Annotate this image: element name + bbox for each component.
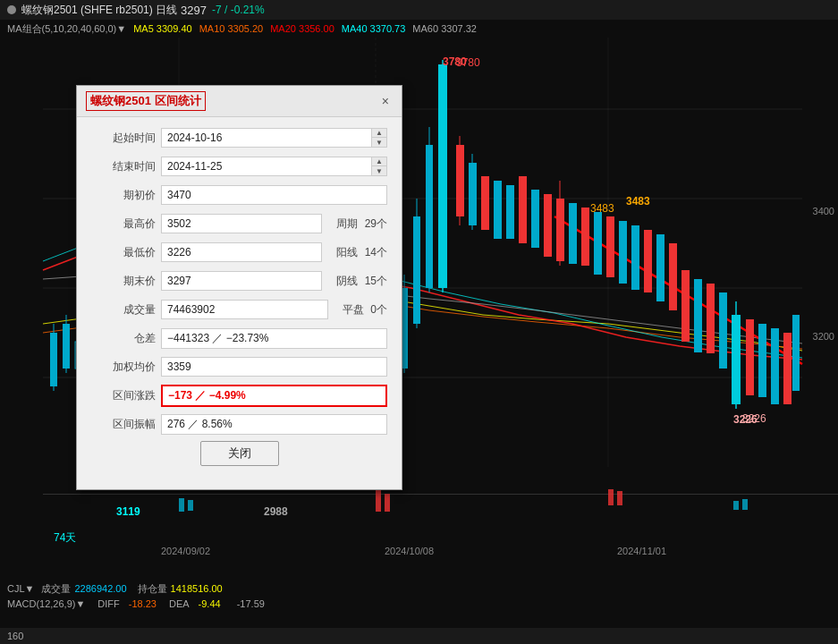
diff-label: DIFF xyxy=(97,598,119,609)
date-label-nov: 2024/11/01 xyxy=(617,546,666,556)
yinxian-stat: 阴线 15个 xyxy=(336,274,387,289)
zuidijia-row: 最低价 3226 阳线 14个 xyxy=(91,241,387,264)
dialog-title: 螺纹钢2501 区间统计 xyxy=(86,91,206,111)
close-dialog-button[interactable]: 关闭 xyxy=(200,441,279,466)
macd-histogram-val: -17.59 xyxy=(237,598,265,609)
start-time-up[interactable]: ▲ xyxy=(372,129,386,138)
end-time-label: 结束时间 xyxy=(91,159,156,174)
svg-rect-88 xyxy=(179,498,184,512)
qichujia-value: 3470 xyxy=(161,185,387,205)
zhenfu-row: 区间振幅 276 ／ 8.56% xyxy=(91,412,387,436)
chichang-label: 持仓量 xyxy=(138,582,167,596)
end-time-down[interactable]: ▼ xyxy=(372,166,386,175)
zhangjie-row: 区间涨跌 −173 ／ −4.99% xyxy=(91,384,387,407)
svg-rect-42 xyxy=(619,221,627,284)
dialog-title-bar: 螺纹钢2501 区间统计 × xyxy=(77,86,402,117)
svg-rect-31 xyxy=(506,185,514,239)
svg-rect-40 xyxy=(594,212,602,275)
svg-rect-93 xyxy=(617,491,622,505)
chengjiaoliang-label: 成交量 xyxy=(91,302,156,318)
day-count-label: 74天 xyxy=(54,530,76,546)
chichang-value: 1418516.00 xyxy=(171,583,223,594)
ma5-label: MA5 3309.40 xyxy=(133,23,191,34)
ma10-label: MA10 3305.20 xyxy=(199,23,264,34)
svg-rect-29 xyxy=(481,176,489,230)
current-price: 3297 xyxy=(181,4,207,17)
cangcha-value: −441323 ／ −23.73% xyxy=(161,328,387,349)
ma-bar: MA组合(5,10,20,40,60,0)▼ MA5 3309.40 MA10 … xyxy=(0,20,838,38)
svg-rect-57 xyxy=(783,333,791,404)
dea-value: -9.44 xyxy=(199,598,221,609)
dialog-close-button[interactable]: × xyxy=(378,94,393,108)
jiaquan-value: 3359 xyxy=(161,357,387,377)
cangcha-row: 仓差 −441323 ／ −23.73% xyxy=(91,326,387,350)
statistics-dialog: 螺纹钢2501 区间统计 × 起始时间 2024-10-16 ▲ ▼ xyxy=(76,85,402,490)
zuidijia-label: 最低价 xyxy=(91,245,156,260)
diff-value: -18.23 xyxy=(129,598,157,609)
end-time-input-wrapper: 2024-11-25 ▲ ▼ xyxy=(161,157,387,176)
svg-rect-48 xyxy=(694,279,702,352)
start-time-input-wrapper: 2024-10-16 ▲ ▼ xyxy=(161,128,387,148)
end-time-up[interactable]: ▲ xyxy=(372,157,386,166)
yangxian-stat: 阳线 14个 xyxy=(336,245,387,260)
svg-rect-47 xyxy=(681,270,690,342)
svg-rect-33 xyxy=(531,190,539,248)
svg-rect-92 xyxy=(608,489,614,505)
date-label-oct: 2024/10/08 xyxy=(385,546,434,556)
price-2988-label: 2988 xyxy=(264,505,288,518)
dialog-footer: 关闭 xyxy=(91,441,387,477)
price-3226-label: 3226 xyxy=(733,413,758,426)
chengjiaoliang-value: 74463902 xyxy=(161,300,328,319)
qimojia-label: 期末价 xyxy=(91,274,156,289)
svg-rect-49 xyxy=(707,284,715,353)
qimojia-value: 3297 xyxy=(161,271,322,291)
svg-rect-44 xyxy=(644,230,652,292)
ma-label[interactable]: MA组合(5,10,20,40,60,0)▼ xyxy=(7,22,126,36)
jiaquan-label: 加权均价 xyxy=(91,360,156,375)
svg-rect-87 xyxy=(43,494,838,495)
zuigaojia-row: 最高价 3502 周期 29个 xyxy=(91,212,387,235)
start-time-down[interactable]: ▼ xyxy=(372,138,386,147)
ma40-label: MA40 3370.73 xyxy=(342,23,406,34)
zuidijia-value: 3226 xyxy=(161,242,322,262)
svg-rect-38 xyxy=(569,203,577,264)
top-bar: 螺纹钢2501 (SHFE rb2501) 日线 3297 -7 / -0.21… xyxy=(0,0,838,20)
end-time-input[interactable]: 2024-11-25 xyxy=(161,157,372,176)
price-3483-label: 3483 xyxy=(626,195,650,208)
svg-rect-89 xyxy=(188,500,193,511)
date-label-sep: 2024/09/02 xyxy=(161,546,210,556)
zhangjie-label: 区间涨跌 xyxy=(91,388,156,403)
svg-rect-34 xyxy=(544,194,552,257)
price-3780-label: 3780 xyxy=(443,55,467,68)
zhenfu-label: 区间振幅 xyxy=(91,417,156,432)
zhangjie-value: −173 ／ −4.99% xyxy=(161,385,387,407)
svg-rect-45 xyxy=(656,234,664,301)
svg-rect-50 xyxy=(719,292,727,369)
qichujia-label: 期初价 xyxy=(91,188,156,203)
cjl-label[interactable]: CJL▼ xyxy=(7,583,34,594)
start-time-label: 起始时间 xyxy=(91,131,156,146)
zhenfu-value: 276 ／ 8.56% xyxy=(161,414,387,435)
svg-rect-90 xyxy=(376,489,381,512)
window-title: 螺纹钢2501 (SHFE rb2501) 日线 xyxy=(21,3,177,18)
svg-rect-91 xyxy=(385,494,390,512)
ma60-label: MA60 3307.32 xyxy=(412,23,477,34)
jiaquan-row: 加权均价 3359 xyxy=(91,355,387,378)
start-time-input[interactable]: 2024-10-16 xyxy=(161,128,372,148)
start-time-row: 起始时间 2024-10-16 ▲ ▼ xyxy=(91,126,387,149)
pingpan-stat: 平盘 0个 xyxy=(343,302,387,318)
dialog-body: 起始时间 2024-10-16 ▲ ▼ 结束时间 2024-11-25 xyxy=(77,117,402,489)
zuigaojia-label: 最高价 xyxy=(91,216,156,232)
macd-label[interactable]: MACD(12,26,9)▼ xyxy=(7,598,85,609)
chengjiaoliang-row: 成交量 74463902 平盘 0个 xyxy=(91,298,387,321)
status-indicator xyxy=(7,5,16,14)
dea-label: DEA xyxy=(169,598,190,609)
macd-bar: MACD(12,26,9)▼ DIFF -18.23 DEA -9.44 -17… xyxy=(0,596,838,612)
svg-rect-58 xyxy=(792,315,800,391)
svg-rect-30 xyxy=(494,181,502,239)
chengjiao-value: 2286942.00 xyxy=(74,583,126,594)
end-time-spinners: ▲ ▼ xyxy=(372,157,387,176)
svg-rect-32 xyxy=(519,176,527,243)
svg-rect-43 xyxy=(631,225,639,290)
cjl-bar: CJL▼ 成交量 2286942.00 持仓量 1418516.00 xyxy=(0,581,838,596)
